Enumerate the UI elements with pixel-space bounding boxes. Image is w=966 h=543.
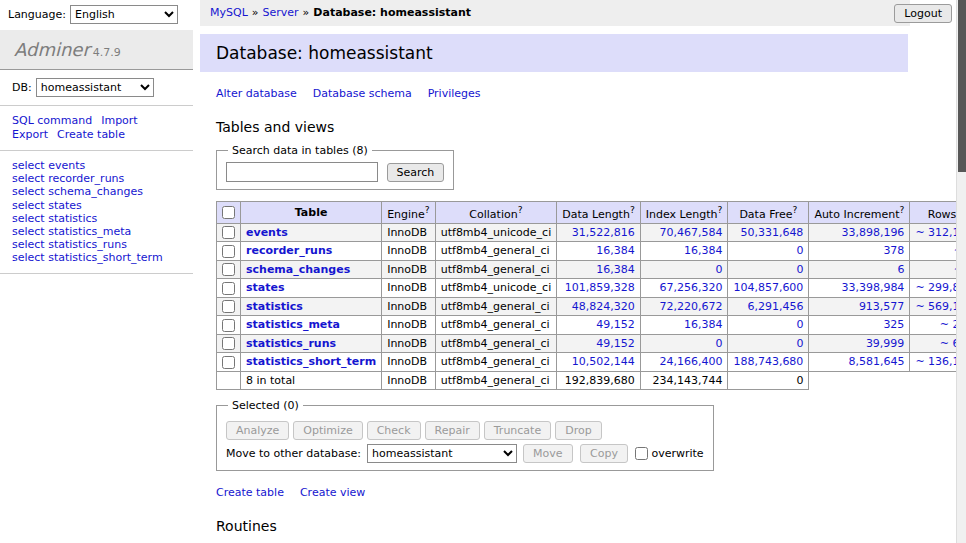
db-action-link[interactable]: Privileges — [428, 87, 481, 100]
select-link[interactable]: select — [12, 172, 45, 185]
table-name-link[interactable]: statistics_runs — [246, 337, 336, 350]
data-free-link[interactable]: 188,743,680 — [733, 355, 803, 368]
data-free-link[interactable]: 0 — [796, 318, 803, 331]
index-length-link[interactable]: 0 — [715, 337, 722, 350]
table-link[interactable]: events — [48, 159, 85, 172]
row-checkbox[interactable] — [222, 226, 235, 239]
breadcrumb-mysql-link[interactable]: MySQL — [210, 6, 248, 19]
table-link[interactable]: recorder_runs — [48, 172, 124, 185]
table-name-link[interactable]: events — [246, 226, 288, 239]
auto-increment-link[interactable]: 8,581,645 — [848, 355, 904, 368]
data-length-link[interactable]: 16,384 — [596, 263, 635, 276]
data-free-link[interactable]: 104,857,600 — [733, 281, 803, 294]
bulk-action-button[interactable]: Optimize — [293, 421, 362, 440]
table-name-link[interactable]: schema_changes — [246, 263, 350, 276]
table-name-link[interactable]: states — [246, 281, 285, 294]
create-link[interactable]: Create table — [216, 486, 284, 499]
table-name-link[interactable]: statistics — [246, 300, 303, 313]
app-name[interactable]: Adminer — [14, 39, 90, 60]
index-length-link[interactable]: 67,256,320 — [659, 281, 722, 294]
table-link[interactable]: states — [48, 199, 82, 212]
table-link[interactable]: statistics_meta — [48, 225, 131, 238]
data-length-link[interactable]: 49,152 — [596, 318, 635, 331]
logout-button[interactable]: Logout — [894, 4, 952, 23]
sidebar-link[interactable]: Import — [101, 114, 138, 127]
scrollbar-thumb[interactable] — [958, 0, 966, 172]
row-checkbox[interactable] — [222, 263, 235, 276]
row-checkbox[interactable] — [222, 319, 235, 332]
scrollbar[interactable] — [956, 0, 966, 543]
row-checkbox[interactable] — [222, 300, 235, 313]
rows-link[interactable]: ~ 312,180 — [915, 226, 956, 239]
overwrite-checkbox[interactable] — [635, 447, 648, 460]
index-length-link[interactable]: 72,220,672 — [659, 300, 722, 313]
sidebar-link[interactable]: SQL command — [12, 114, 92, 127]
data-free-link[interactable]: 0 — [796, 244, 803, 257]
bulk-action-button[interactable]: Truncate — [484, 421, 551, 440]
move-db-select[interactable]: homeassistant — [367, 444, 517, 463]
table-name-link[interactable]: statistics_meta — [246, 318, 340, 331]
row-checkbox[interactable] — [222, 245, 235, 258]
rows-link[interactable]: ~ 299,833 — [915, 281, 956, 294]
index-length-link[interactable]: 24,166,400 — [659, 355, 722, 368]
table-link[interactable]: statistics_runs — [48, 238, 127, 251]
auto-increment-link[interactable]: 325 — [883, 318, 904, 331]
create-link[interactable]: Create view — [300, 486, 365, 499]
table-link[interactable]: schema_changes — [48, 185, 143, 198]
data-length-link[interactable]: 101,859,328 — [565, 281, 635, 294]
data-length-link[interactable]: 31,522,816 — [572, 226, 635, 239]
data-length-link[interactable]: 16,384 — [596, 244, 635, 257]
copy-button[interactable]: Copy — [580, 444, 628, 463]
auto-increment-link[interactable]: 378 — [883, 244, 904, 257]
bulk-action-button[interactable]: Check — [367, 421, 421, 440]
db-action-link[interactable]: Alter database — [216, 87, 297, 100]
index-length-link[interactable]: 0 — [715, 263, 722, 276]
auto-increment-link[interactable]: 39,999 — [866, 337, 905, 350]
select-link[interactable]: select — [12, 225, 45, 238]
data-free-link[interactable]: 0 — [796, 337, 803, 350]
select-link[interactable]: select — [12, 159, 45, 172]
table-name-link[interactable]: statistics_short_term — [246, 355, 376, 368]
search-button[interactable]: Search — [387, 163, 445, 182]
bulk-action-button[interactable]: Drop — [555, 421, 601, 440]
index-length-link[interactable]: 16,384 — [684, 244, 723, 257]
language-select[interactable]: English — [70, 5, 178, 24]
sidebar-link[interactable]: Export — [12, 128, 48, 141]
row-checkbox[interactable] — [222, 282, 235, 295]
rows-link[interactable]: ~ 569,159 — [915, 300, 956, 313]
select-link[interactable]: select — [12, 185, 45, 198]
db-select[interactable]: homeassistant — [36, 78, 154, 97]
index-length-link[interactable]: 16,384 — [684, 318, 723, 331]
sidebar-link[interactable]: Create table — [57, 128, 125, 141]
row-checkbox[interactable] — [222, 356, 235, 369]
select-link[interactable]: select — [12, 251, 45, 264]
rows-link[interactable]: ~ 136,108 — [915, 355, 956, 368]
rows-link[interactable]: ~ 244 — [940, 318, 956, 331]
select-all-checkbox[interactable] — [222, 206, 235, 219]
table-name-link[interactable]: recorder_runs — [246, 244, 332, 257]
auto-increment-link[interactable]: 33,898,196 — [841, 226, 904, 239]
bulk-action-button[interactable]: Repair — [425, 421, 480, 440]
search-input[interactable] — [226, 162, 378, 182]
select-link[interactable]: select — [12, 238, 45, 251]
auto-increment-link[interactable]: 6 — [897, 263, 904, 276]
breadcrumb-server-link[interactable]: Server — [263, 6, 299, 19]
db-action-link[interactable]: Database schema — [313, 87, 412, 100]
table-link[interactable]: statistics — [48, 212, 97, 225]
data-free-link[interactable]: 0 — [796, 263, 803, 276]
data-length-link[interactable]: 10,502,144 — [572, 355, 635, 368]
data-free-link[interactable]: 6,291,456 — [747, 300, 803, 313]
row-checkbox[interactable] — [222, 337, 235, 350]
index-length-link[interactable]: 70,467,584 — [659, 226, 722, 239]
data-free-link[interactable]: 50,331,648 — [740, 226, 803, 239]
data-length-link[interactable]: 49,152 — [596, 337, 635, 350]
auto-increment-link[interactable]: 913,577 — [859, 300, 905, 313]
data-length-link[interactable]: 48,824,320 — [572, 300, 635, 313]
auto-increment-link[interactable]: 33,398,984 — [841, 281, 904, 294]
select-link[interactable]: select — [12, 199, 45, 212]
select-link[interactable]: select — [12, 212, 45, 225]
move-button[interactable]: Move — [523, 444, 573, 463]
table-link[interactable]: statistics_short_term — [48, 251, 162, 264]
rows-link[interactable]: ~ 628 — [940, 337, 956, 350]
bulk-action-button[interactable]: Analyze — [226, 421, 289, 440]
